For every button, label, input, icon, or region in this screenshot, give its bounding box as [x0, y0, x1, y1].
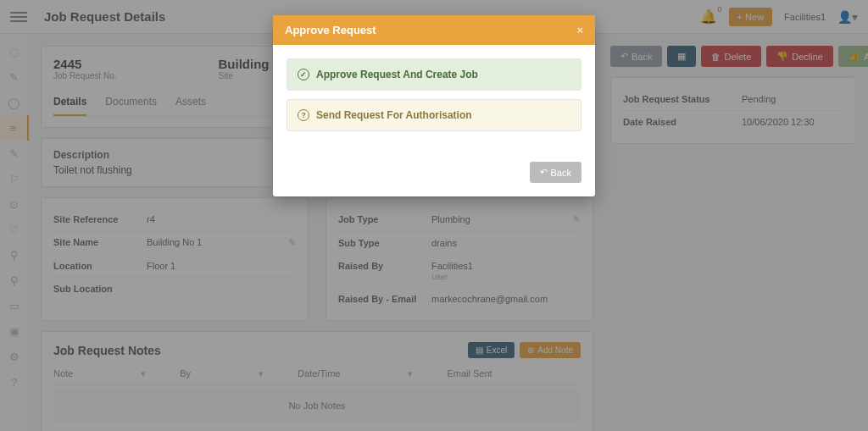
modal-overlay: Approve Request × ✓ Approve Request And …: [0, 0, 868, 431]
modal-title: Approve Request: [285, 24, 376, 36]
check-circle-icon: ✓: [298, 69, 309, 80]
option-approve-create-job[interactable]: ✓ Approve Request And Create Job: [287, 58, 581, 91]
question-circle-icon: ?: [298, 109, 309, 121]
close-icon[interactable]: ×: [576, 24, 583, 36]
modal-back-button[interactable]: ↶ Back: [530, 162, 581, 183]
approve-modal: Approve Request × ✓ Approve Request And …: [273, 15, 595, 196]
option-send-authorisation[interactable]: ? Send Request For Authorisation: [287, 99, 581, 131]
